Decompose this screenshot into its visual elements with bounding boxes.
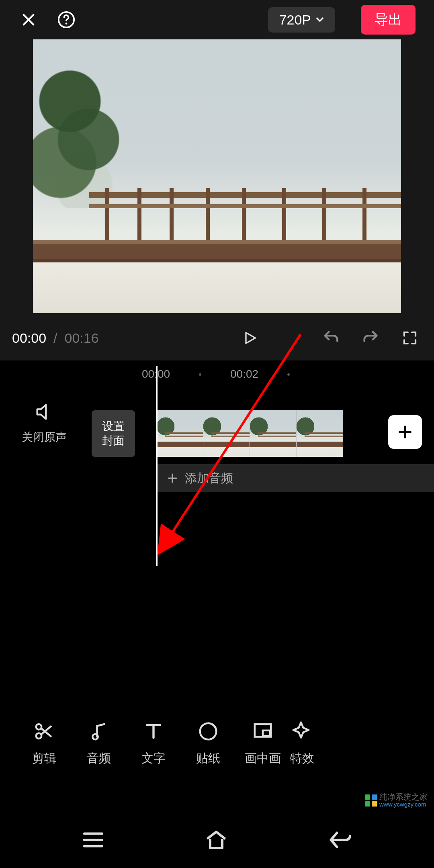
time-separator: / [53, 330, 57, 346]
menu-icon [82, 832, 104, 848]
undo-icon [322, 329, 340, 347]
video-clip[interactable] [157, 410, 343, 457]
add-clip-button[interactable] [388, 415, 422, 449]
fullscreen-icon [401, 330, 418, 346]
watermark-line2: www.ycwgzy.com [379, 801, 428, 808]
help-icon [57, 10, 76, 29]
set-cover-button[interactable]: 设置 封面 [92, 410, 135, 457]
plus-icon [397, 424, 413, 440]
preview-content [33, 262, 401, 313]
tool-cut[interactable]: 剪辑 [17, 721, 72, 767]
add-audio-label: 添加音频 [185, 470, 233, 487]
text-icon [143, 721, 164, 742]
tick-dot [287, 373, 290, 376]
back-icon [328, 831, 352, 849]
tick-dot [199, 373, 201, 376]
resolution-label: 720P [279, 12, 311, 28]
tool-label: 文字 [141, 750, 166, 767]
fullscreen-button[interactable] [398, 326, 422, 350]
tick-label: 00:02 [230, 368, 258, 381]
clip-frame [297, 410, 343, 457]
add-audio-track[interactable]: 添加音频 [157, 464, 434, 492]
playhead[interactable] [156, 366, 158, 566]
cover-label: 设置 封面 [102, 419, 125, 448]
sticker-icon [197, 721, 219, 742]
play-button[interactable] [238, 326, 262, 350]
svg-rect-8 [263, 730, 270, 736]
timeline: 00:00 00:02 关闭原声 设置 封面 添加音频 [0, 360, 434, 518]
tool-label: 剪辑 [32, 750, 56, 767]
redo-icon [361, 329, 380, 347]
preview-area [0, 39, 434, 320]
export-button[interactable]: 导出 [361, 5, 416, 35]
svg-point-5 [92, 734, 98, 739]
play-icon [242, 329, 258, 347]
mute-label: 关闭原声 [22, 430, 67, 445]
tool-pip[interactable]: 画中画 [235, 721, 290, 767]
tool-sticker[interactable]: 贴纸 [181, 721, 235, 767]
watermark-line1: 纯净系统之家 [379, 793, 428, 801]
mute-button[interactable] [34, 401, 55, 422]
nav-menu-button[interactable] [82, 832, 104, 848]
tool-label: 音频 [87, 750, 111, 767]
clip-frame [157, 410, 203, 457]
speaker-icon [34, 401, 55, 422]
resolution-button[interactable]: 720P [268, 7, 335, 33]
current-time: 00:00 [12, 330, 46, 346]
tracks-area: 关闭原声 设置 封面 添加音频 [0, 385, 434, 518]
header-bar: 720P 导出 [0, 0, 434, 39]
tool-label: 特效 [290, 750, 314, 767]
clip-frame [203, 410, 250, 457]
tool-label: 画中画 [245, 750, 281, 767]
close-button[interactable] [18, 10, 39, 30]
help-button[interactable] [56, 10, 76, 30]
plus-icon [166, 472, 178, 484]
export-label: 导出 [375, 12, 402, 27]
video-preview[interactable] [33, 39, 401, 313]
tool-effect[interactable]: 特效 [290, 721, 318, 767]
tool-label: 贴纸 [196, 750, 220, 767]
nav-back-button[interactable] [328, 831, 352, 849]
undo-button[interactable] [319, 326, 343, 350]
playback-controls: 00:00 / 00:16 [0, 320, 434, 360]
scissors-icon [33, 721, 55, 742]
preview-content [33, 55, 125, 208]
redo-button[interactable] [358, 326, 383, 350]
chevron-down-icon [316, 17, 324, 23]
nav-home-button[interactable] [204, 830, 228, 850]
clip-frame [250, 410, 297, 457]
close-icon [20, 11, 37, 28]
tool-audio[interactable]: 音频 [72, 721, 126, 767]
tool-text[interactable]: 文字 [126, 721, 181, 767]
music-note-icon [88, 721, 110, 742]
preview-content [33, 240, 401, 264]
total-time: 00:16 [65, 330, 99, 346]
timeline-ruler[interactable]: 00:00 00:02 [0, 368, 434, 385]
pip-icon [252, 721, 274, 742]
watermark-logo-icon [365, 794, 377, 807]
sparkle-icon [290, 721, 312, 742]
watermark: 纯净系统之家 www.ycwgzy.com [365, 793, 428, 808]
svg-point-1 [66, 23, 68, 25]
bottom-toolbar: 剪辑 音频 文字 贴纸 画中画 特效 [0, 707, 434, 780]
system-navbar [0, 812, 434, 868]
home-icon [204, 830, 228, 850]
